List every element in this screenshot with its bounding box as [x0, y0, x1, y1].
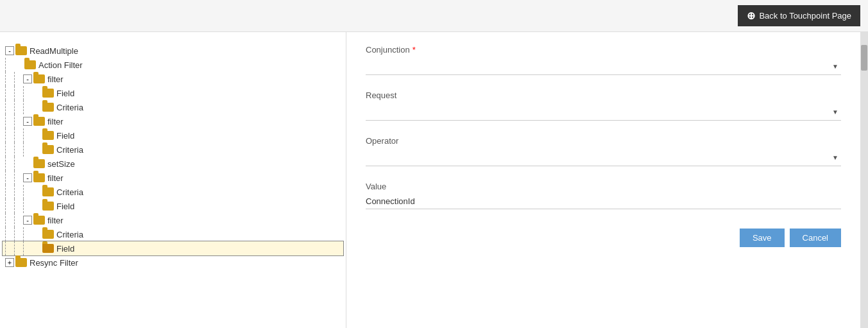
tree-label: Field	[56, 131, 74, 141]
main-layout: - ReadMultiple Action Filter - filter	[0, 32, 868, 328]
operator-label: Operator	[366, 136, 841, 146]
tree-label: setSize	[47, 159, 75, 169]
tree-row[interactable]: - filter	[3, 114, 343, 128]
form-panel: Conjunction * AND OR ▼ Request ▼	[346, 32, 860, 328]
expand-resync[interactable]: +	[5, 258, 14, 267]
folder-icon	[33, 117, 45, 126]
tree-label: filter	[47, 117, 64, 126]
folder-icon	[42, 145, 54, 154]
tree-row[interactable]: + Resync Filter	[3, 255, 343, 270]
expand-readmultiple[interactable]: -	[5, 46, 14, 55]
tree-row[interactable]: Criteria	[3, 142, 343, 157]
folder-icon	[33, 159, 45, 168]
vline	[5, 58, 14, 72]
request-label: Request	[366, 91, 841, 100]
expand-filter2[interactable]: -	[23, 117, 32, 126]
required-star: *	[413, 45, 416, 55]
folder-icon	[15, 258, 27, 267]
expand-filter4[interactable]: -	[23, 216, 32, 225]
operator-select-wrapper[interactable]: ▼	[366, 148, 841, 166]
expand-placeholder	[14, 60, 23, 69]
scrollbar[interactable]	[860, 32, 868, 328]
tree-row-selected[interactable]: Field	[3, 241, 343, 255]
save-button[interactable]: Save	[740, 229, 785, 247]
tree-label: filter	[47, 173, 64, 183]
expand-filter3[interactable]: -	[23, 173, 32, 182]
conjunction-label: Conjunction *	[366, 45, 841, 55]
folder-icon	[33, 216, 45, 225]
value-content: ConnectionId	[366, 194, 841, 209]
tree-label: Field	[56, 202, 74, 211]
tree-panel: - ReadMultiple Action Filter - filter	[0, 32, 346, 328]
request-group: Request ▼	[366, 91, 841, 121]
folder-icon	[42, 187, 54, 196]
folder-icon	[15, 46, 27, 55]
conjunction-select[interactable]: AND OR	[366, 57, 841, 72]
folder-icon	[42, 89, 54, 98]
value-group: Value ConnectionId	[366, 182, 841, 209]
tree-label: Resync Filter	[30, 258, 78, 268]
back-button-label: Back to Touchpoint Page	[759, 11, 851, 21]
tree-row[interactable]: - filter	[3, 72, 343, 86]
value-label: Value	[366, 182, 841, 191]
conjunction-select-wrapper[interactable]: AND OR ▼	[366, 57, 841, 75]
tree-row[interactable]: - filter	[3, 171, 343, 185]
expand-filter1[interactable]: -	[23, 74, 32, 83]
operator-group: Operator ▼	[366, 136, 841, 166]
tree-row[interactable]: Field	[3, 128, 343, 142]
tree-row[interactable]: setSize	[3, 157, 343, 171]
tree-label: Action Filter	[38, 60, 83, 70]
folder-icon	[42, 230, 54, 239]
tree-label: Criteria	[56, 187, 83, 197]
request-select-wrapper[interactable]: ▼	[366, 103, 841, 121]
folder-icon	[33, 74, 45, 83]
folder-icon	[42, 131, 54, 140]
tree-row[interactable]: Action Filter	[3, 58, 343, 72]
folder-icon	[33, 173, 45, 182]
cancel-button[interactable]: Cancel	[790, 229, 841, 247]
back-to-touchpoint-button[interactable]: ⊕ Back to Touchpoint Page	[738, 5, 860, 26]
circle-plus-icon: ⊕	[747, 10, 755, 22]
tree-label: filter	[47, 74, 64, 84]
tree-label: filter	[47, 216, 64, 225]
tree-label: Criteria	[56, 103, 83, 112]
tree-row[interactable]: Field	[3, 86, 343, 100]
tree-row[interactable]: Criteria	[3, 227, 343, 241]
operator-select[interactable]	[366, 148, 841, 163]
form-actions: Save Cancel	[366, 229, 841, 247]
folder-icon-selected	[42, 244, 54, 253]
folder-icon	[42, 202, 54, 211]
tree-row[interactable]: Field	[3, 199, 343, 213]
folder-icon	[24, 60, 36, 69]
tree-label: Field	[56, 89, 74, 98]
tree-row[interactable]: - filter	[3, 213, 343, 227]
tree-row[interactable]: - ReadMultiple	[3, 44, 343, 58]
tree-row[interactable]: Criteria	[3, 185, 343, 199]
folder-icon	[42, 103, 54, 112]
conjunction-group: Conjunction * AND OR ▼	[366, 45, 841, 75]
request-select[interactable]	[366, 103, 841, 117]
tree-container: - ReadMultiple Action Filter - filter	[0, 39, 346, 275]
tree-label: ReadMultiple	[30, 46, 78, 56]
tree-label: Criteria	[56, 145, 83, 155]
scrollbar-thumb[interactable]	[861, 45, 867, 71]
tree-label: Criteria	[56, 230, 83, 239]
tree-row[interactable]: Criteria	[3, 100, 343, 114]
tree-label-selected: Field	[56, 244, 74, 254]
top-bar: ⊕ Back to Touchpoint Page	[0, 0, 868, 32]
